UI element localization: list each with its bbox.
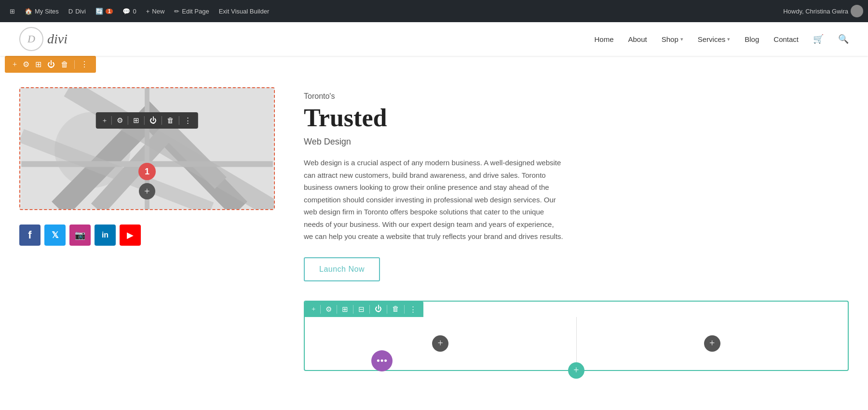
- social-icons-row: f 𝕏 📷 in ▶: [19, 225, 275, 246]
- wp-logo[interactable]: ⊞: [5, 0, 20, 22]
- logo: D divi: [19, 27, 68, 51]
- purple-dot-menu[interactable]: •••: [371, 350, 393, 371]
- edit-page-button[interactable]: ✏ Edit Page: [169, 0, 214, 22]
- dot-menu-icon: •••: [376, 355, 387, 367]
- nav-shop[interactable]: Shop ▾: [662, 35, 683, 43]
- orange-section-toolbar: + ⚙ ⊞ ⏻ 🗑 ⋮: [5, 56, 96, 73]
- services-chevron-icon: ▾: [727, 36, 730, 42]
- toggle-section-icon[interactable]: ⏻: [47, 60, 55, 69]
- divi-menu[interactable]: D Divi: [64, 0, 91, 22]
- nav-services[interactable]: Services ▾: [698, 35, 731, 43]
- shop-chevron-icon: ▾: [680, 36, 683, 42]
- layout-module-icon[interactable]: ⊞: [133, 116, 139, 125]
- settings-row-icon[interactable]: ⚙: [326, 305, 332, 314]
- launch-now-button[interactable]: Launch Now: [304, 257, 380, 281]
- toolbar-separator: [74, 60, 75, 69]
- img-tb-sep3: [144, 116, 145, 125]
- settings-module-icon[interactable]: ⚙: [117, 116, 123, 125]
- teal-cell-1: +: [305, 317, 577, 370]
- youtube-icon[interactable]: ▶: [120, 225, 141, 246]
- columns-row-icon[interactable]: ⊟: [358, 305, 365, 314]
- layout-row-icon[interactable]: ⊞: [342, 305, 348, 314]
- my-sites[interactable]: 🏠 My Sites: [20, 0, 64, 22]
- divi-icon: D: [68, 8, 73, 15]
- nav-search[interactable]: 🔍: [838, 34, 849, 44]
- search-icon: 🔍: [838, 34, 849, 44]
- add-module-icon[interactable]: +: [103, 117, 107, 125]
- teal-toolbar: + ⚙ ⊞ ⊟ ⏻ 🗑 ⋮: [305, 302, 423, 317]
- teal-sep6: [404, 305, 405, 314]
- number-badge: 1: [138, 163, 156, 180]
- nav-contact[interactable]: Contact: [773, 35, 799, 43]
- more-module-icon[interactable]: ⋮: [184, 116, 191, 125]
- logo-text: divi: [47, 31, 68, 47]
- pencil-icon: ✏: [174, 8, 179, 15]
- cart-icon: 🛒: [813, 34, 824, 44]
- updates-icon: 🔄: [95, 8, 103, 15]
- image-module: + ⚙ ⊞ ⏻ 🗑 ⋮ 1 +: [19, 87, 275, 210]
- content-title: Trusted: [304, 104, 849, 132]
- comments[interactable]: 💬 0: [118, 0, 141, 22]
- img-tb-sep4: [162, 116, 162, 125]
- delete-module-icon[interactable]: 🗑: [167, 117, 174, 125]
- admin-user: Howdy, Christina Gwira: [783, 5, 863, 17]
- delete-section-icon[interactable]: 🗑: [61, 60, 68, 69]
- site-header: D divi Home About Shop ▾ Services ▾ Blog…: [0, 22, 868, 56]
- page-content: + ⚙ ⊞ ⏻ 🗑 ⋮: [0, 56, 868, 410]
- left-column: + ⚙ ⊞ ⏻ 🗑 ⋮ 1 +: [19, 87, 275, 405]
- logo-letter: D: [27, 33, 35, 45]
- exit-builder-button[interactable]: Exit Visual Builder: [214, 0, 274, 22]
- cell-add-button-2[interactable]: +: [704, 335, 720, 352]
- cell-add-button-1[interactable]: +: [432, 335, 448, 352]
- teal-sep2: [337, 305, 337, 314]
- nav-cart[interactable]: 🛒: [813, 34, 824, 44]
- content-subtitle: Web Design: [304, 137, 849, 147]
- img-tb-sep2: [128, 116, 128, 125]
- more-row-icon[interactable]: ⋮: [409, 305, 417, 314]
- img-tb-sep1: [111, 116, 112, 125]
- main-layout: + ⚙ ⊞ ⏻ 🗑 ⋮ 1 +: [0, 78, 868, 410]
- plus-icon: +: [146, 8, 150, 15]
- admin-bar: ⊞ 🏠 My Sites D Divi 🔄 1 💬 0 + New ✏ Edit…: [0, 0, 868, 22]
- nav-blog[interactable]: Blog: [745, 35, 759, 43]
- add-row-icon[interactable]: +: [312, 305, 315, 313]
- teal-sep5: [387, 305, 387, 314]
- avatar: [851, 5, 863, 17]
- teal-sep1: [320, 305, 321, 314]
- content-eyebrow: Toronto's: [304, 92, 849, 101]
- linkedin-icon[interactable]: in: [95, 225, 116, 246]
- row-add-below-button[interactable]: +: [568, 362, 584, 379]
- instagram-icon[interactable]: 📷: [69, 225, 91, 246]
- delete-row-icon[interactable]: 🗑: [392, 305, 399, 313]
- teal-sep3: [353, 305, 353, 314]
- facebook-icon[interactable]: f: [19, 225, 41, 246]
- add-section-icon[interactable]: +: [13, 60, 17, 69]
- wp-icon: ⊞: [10, 8, 15, 15]
- teal-sep4: [369, 305, 370, 314]
- img-tb-sep5: [179, 116, 179, 125]
- image-add-button[interactable]: +: [139, 183, 155, 199]
- new-button[interactable]: + New: [141, 0, 170, 22]
- site-nav: Home About Shop ▾ Services ▾ Blog Contac…: [594, 34, 849, 44]
- content-body: Web design is a crucial aspect of any mo…: [304, 157, 564, 243]
- comment-icon: 💬: [122, 8, 130, 15]
- sites-icon: 🏠: [25, 8, 32, 15]
- toggle-module-icon[interactable]: ⏻: [149, 117, 157, 125]
- logo-circle: D: [19, 27, 43, 51]
- toggle-row-icon[interactable]: ⏻: [375, 305, 382, 313]
- settings-section-icon[interactable]: ⚙: [23, 60, 29, 69]
- updates[interactable]: 🔄 1: [91, 0, 118, 22]
- nav-home[interactable]: Home: [594, 35, 613, 43]
- more-section-icon[interactable]: ⋮: [81, 60, 88, 69]
- teal-cell-2: +: [577, 317, 848, 370]
- twitter-icon[interactable]: 𝕏: [44, 225, 66, 246]
- layout-section-icon[interactable]: ⊞: [35, 60, 41, 69]
- nav-about[interactable]: About: [628, 35, 647, 43]
- image-toolbar: + ⚙ ⊞ ⏻ 🗑 ⋮: [96, 112, 198, 129]
